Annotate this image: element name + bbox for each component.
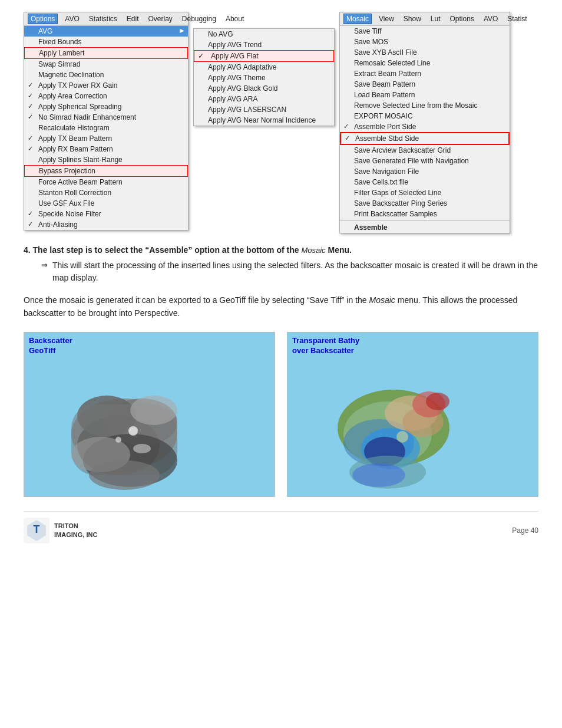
options-menu-item-apply-area[interactable]: Apply Area Correction xyxy=(24,91,188,101)
mosaic-item-save-ping[interactable]: Save Backscatter Ping Series xyxy=(340,198,510,209)
logo-text: TRITON IMAGING, INC xyxy=(54,522,97,539)
triton-logo-icon: T xyxy=(24,518,49,543)
mosaic-item-save-arcview[interactable]: Save Arcview Backscatter Grid xyxy=(340,145,510,156)
options-menubar[interactable]: Options AVO Statistics Edit Overlay Debu… xyxy=(24,12,188,26)
mosaic-menubar-statist[interactable]: Statist xyxy=(505,14,529,24)
mosaic-item-remosaic[interactable]: Remosaic Selected Line xyxy=(340,58,510,68)
avg-submenu-item-laserscan[interactable]: Apply AVG LASERSCAN xyxy=(194,104,334,115)
options-menu-item-use-gsf[interactable]: Use GSF Aux File xyxy=(24,198,188,209)
options-menu: Options AVO Statistics Edit Overlay Debu… xyxy=(24,12,189,230)
options-menu-item-fixed-bounds[interactable]: Fixed Bounds xyxy=(24,37,188,47)
avg-submenu-item-no-avg[interactable]: No AVG xyxy=(194,29,334,39)
mosaic-item-save-nav[interactable]: Save Navigation File xyxy=(340,166,510,177)
step4-suffix: Menu. xyxy=(326,245,352,255)
mosaic-menu: Mosaic View Show Lut Options AVO Statist… xyxy=(339,12,510,233)
svg-point-24 xyxy=(352,463,405,487)
mosaic-menubar-mosaic[interactable]: Mosaic xyxy=(343,14,372,24)
options-menu-item-speckle[interactable]: Speckle Noise Filter xyxy=(24,209,188,219)
avg-submenu-item-adaptative[interactable]: Apply AVG Adaptative xyxy=(194,62,334,73)
mosaic-item-assemble[interactable]: Assemble xyxy=(340,222,510,233)
body-italic: Mosaic xyxy=(369,295,395,305)
options-menu-item-apply-lambert[interactable]: Apply Lambert xyxy=(24,47,188,59)
options-menu-item-magnetic-declination[interactable]: Magnetic Declination xyxy=(24,70,188,80)
menubar-options[interactable]: Options xyxy=(28,14,58,24)
menubar-statistics[interactable]: Statistics xyxy=(87,14,120,24)
options-menu-item-recalculate[interactable]: Recalculate Histogram xyxy=(24,123,188,133)
svg-point-11 xyxy=(115,437,121,443)
mosaic-item-load-beam[interactable]: Load Beam Pattern xyxy=(340,90,510,100)
backscatter-graphic xyxy=(24,357,275,493)
body-text1: Once the mosaic is generated it can be e… xyxy=(24,295,369,305)
menubar-about[interactable]: About xyxy=(223,14,246,24)
backscatter-geotiff-image: Backscatter GeoTiff xyxy=(24,332,275,497)
svg-point-25 xyxy=(396,431,408,443)
mosaic-menubar-avo[interactable]: AVO xyxy=(481,14,500,24)
logo-line1: TRITON xyxy=(54,522,97,530)
options-menu-item-avg[interactable]: AVG xyxy=(24,26,188,37)
mosaic-item-filter-gaps[interactable]: Filter Gaps of Selected Line xyxy=(340,187,510,198)
bathy-caption: Transparent Bathy over Backscatter xyxy=(287,332,538,357)
options-menu-item-apply-spherical[interactable]: Apply Spherical Spreading xyxy=(24,101,188,112)
mosaic-item-save-cells[interactable]: Save Cells.txt file xyxy=(340,177,510,187)
menubar-edit[interactable]: Edit xyxy=(124,14,141,24)
mosaic-item-export[interactable]: EXPORT MOSAIC xyxy=(340,111,510,121)
mosaic-item-assemble-port[interactable]: Assemble Port Side xyxy=(340,121,510,132)
page-number: Page 40 xyxy=(512,526,538,535)
menubar-avo[interactable]: AVO xyxy=(62,14,81,24)
svg-text:T: T xyxy=(34,523,40,535)
bathy-backscatter-image: Transparent Bathy over Backscatter xyxy=(287,332,538,497)
options-menu-item-no-simrad[interactable]: No Simrad Nadir Enhancement xyxy=(24,112,188,123)
options-menu-item-apply-tx-beam[interactable]: Apply TX Beam Pattern xyxy=(24,133,188,144)
options-menu-item-swap-simrad[interactable]: Swap Simrad xyxy=(24,59,188,70)
avg-submenu-item-ara[interactable]: Apply AVG ARA xyxy=(194,94,334,104)
mosaic-item-save-tiff[interactable]: Save Tiff xyxy=(340,26,510,37)
options-menu-item-stanton[interactable]: Stanton Roll Correction xyxy=(24,187,188,198)
mosaic-item-print-samples[interactable]: Print Backscatter Samples xyxy=(340,209,510,219)
avg-submenu-item-near-normal[interactable]: Apply AVG Near Normal Incidence xyxy=(194,115,334,126)
mosaic-menubar-lut[interactable]: Lut xyxy=(428,14,443,24)
avg-submenu-item-trend[interactable]: Apply AVG Trend xyxy=(194,39,334,50)
bullet1-text: This will start the processing of the in… xyxy=(52,259,538,284)
images-section: Backscatter GeoTiff Transparent Bathy xyxy=(24,332,538,497)
options-menu-item-apply-tx-power[interactable]: Apply TX Power RX Gain xyxy=(24,80,188,91)
mosaic-menubar-show[interactable]: Show xyxy=(401,14,424,24)
body-paragraph: Once the mosaic is generated it can be e… xyxy=(24,294,538,320)
mosaic-item-save-mos[interactable]: Save MOS xyxy=(340,37,510,47)
options-menu-item-bypass-projection[interactable]: Bypass Projection xyxy=(24,165,188,177)
arrow-icon: ⇒ xyxy=(41,259,48,284)
options-menu-item-splines[interactable]: Apply Splines Slant-Range xyxy=(24,154,188,165)
mosaic-item-save-xyb[interactable]: Save XYB AscII File xyxy=(340,47,510,58)
menubar-overlay[interactable]: Overlay xyxy=(146,14,175,24)
svg-point-7 xyxy=(130,396,177,425)
step4-instruction: 4. The last step is to select the “Assem… xyxy=(24,245,538,255)
backscatter-caption: Backscatter GeoTiff xyxy=(24,332,275,357)
avg-submenu-item-theme[interactable]: Apply AVG Theme xyxy=(194,73,334,83)
mosaic-item-save-generated[interactable]: Save Generated File with Navigation xyxy=(340,156,510,166)
avg-submenu-item-black-gold[interactable]: Apply AVG Black Gold xyxy=(194,83,334,94)
options-menu-item-anti-aliasing[interactable]: Anti-Aliasing xyxy=(24,219,188,230)
options-menu-item-apply-rx-beam[interactable]: Apply RX Beam Pattern xyxy=(24,144,188,154)
logo-area: T TRITON IMAGING, INC xyxy=(24,518,97,543)
mosaic-menubar-view[interactable]: View xyxy=(376,14,396,24)
bullet1: ⇒ This will start the processing of the … xyxy=(41,259,538,284)
svg-point-12 xyxy=(133,444,151,453)
logo-line2: IMAGING, INC xyxy=(54,531,97,539)
step4-number: 4. The last step is to select the “Assem… xyxy=(24,245,301,255)
menubar-debugging[interactable]: Debugging xyxy=(180,14,219,24)
mosaic-separator xyxy=(340,220,510,221)
mosaic-item-extract-beam[interactable]: Extract Beam Pattern xyxy=(340,68,510,79)
mosaic-menubar-options[interactable]: Options xyxy=(448,14,477,24)
svg-point-10 xyxy=(128,426,138,436)
mosaic-item-save-beam[interactable]: Save Beam Pattern xyxy=(340,79,510,90)
svg-point-9 xyxy=(89,460,160,490)
avg-submenu-item-flat[interactable]: ✓Apply AVG Flat xyxy=(194,50,334,62)
menus-area: Options AVO Statistics Edit Overlay Debu… xyxy=(24,12,538,233)
avg-submenu: No AVG Apply AVG Trend ✓Apply AVG Flat A… xyxy=(193,28,335,126)
mosaic-item-assemble-stbd[interactable]: Assemble Stbd Side xyxy=(340,132,510,145)
mosaic-menubar[interactable]: Mosaic View Show Lut Options AVO Statist xyxy=(340,12,510,26)
options-menu-item-force-active[interactable]: Force Active Beam Pattern xyxy=(24,177,188,187)
mosaic-item-remove-line[interactable]: Remove Selected Line from the Mosaic xyxy=(340,100,510,111)
svg-point-22 xyxy=(426,393,449,410)
footer: T TRITON IMAGING, INC Page 40 xyxy=(24,511,538,543)
step4-menu-name: Mosaic xyxy=(301,246,325,255)
